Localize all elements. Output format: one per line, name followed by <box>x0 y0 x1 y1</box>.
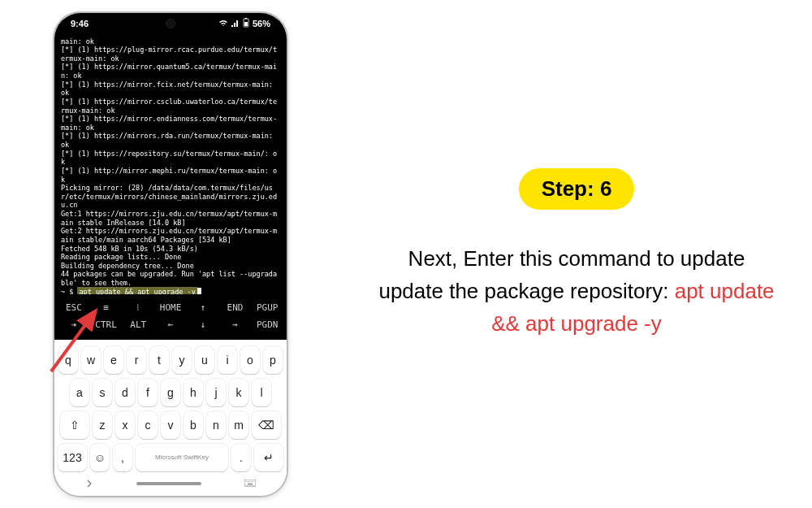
key-p[interactable]: p <box>263 346 283 374</box>
key-d[interactable]: d <box>115 379 135 406</box>
key-⌫[interactable]: ⌫ <box>252 411 281 439</box>
key-y[interactable]: y <box>172 346 192 374</box>
comma-key[interactable]: , <box>113 444 132 471</box>
extra-key-⇥[interactable]: ⇥ <box>58 319 90 330</box>
status-icons: 56% <box>218 18 270 29</box>
key-z[interactable]: z <box>93 411 112 439</box>
step-badge: Step: 6 <box>519 168 635 210</box>
keyboard-switch-icon[interactable] <box>244 476 256 491</box>
key-n[interactable]: n <box>206 411 226 439</box>
key-v[interactable]: v <box>161 411 180 439</box>
typed-command: apt update && apt upgrade -y <box>77 287 197 294</box>
key-c[interactable]: c <box>138 411 158 439</box>
cursor <box>197 288 201 294</box>
period-key[interactable]: . <box>231 444 251 471</box>
key-k[interactable]: k <box>229 379 248 406</box>
keyboard-row-1: qwertyuiop <box>58 346 283 374</box>
nav-chevron-icon[interactable] <box>85 476 93 491</box>
key-f[interactable]: f <box>138 379 158 406</box>
key-u[interactable]: u <box>195 346 214 374</box>
extra-key-↓[interactable]: ↓ <box>187 319 219 330</box>
battery-percent: 56% <box>253 19 270 28</box>
svg-point-6 <box>250 480 251 481</box>
extra-key-pgup[interactable]: PGUP <box>251 302 283 313</box>
extra-key-ctrl[interactable]: CTRL <box>90 319 123 330</box>
keyboard-row-4: 123 ☺ , Microsoft SwiftKey . ↵ <box>58 444 283 471</box>
svg-rect-3 <box>244 480 256 486</box>
key-q[interactable]: q <box>58 346 78 374</box>
front-camera-hole <box>166 19 175 28</box>
key-i[interactable]: i <box>218 346 237 374</box>
instruction-text: Next, Enter this command to update updat… <box>374 242 780 341</box>
battery-icon <box>243 18 249 29</box>
key-t[interactable]: t <box>149 346 169 374</box>
extra-key-end[interactable]: END <box>219 302 252 313</box>
key-m[interactable]: m <box>229 411 248 439</box>
extra-key-⁝[interactable]: ⁝ <box>122 302 154 313</box>
terminal-output[interactable]: main: ok[*] (1) https://plug-mirror.rcac… <box>54 34 287 294</box>
extra-key-←[interactable]: ← <box>154 319 187 330</box>
extra-key-↑[interactable]: ↑ <box>187 302 219 313</box>
extra-keys-row-1: ESC≡⁝HOME↑ENDPGUP <box>58 299 283 316</box>
key-b[interactable]: b <box>184 411 203 439</box>
key-⇧[interactable]: ⇧ <box>60 411 89 439</box>
key-j[interactable]: j <box>206 379 226 406</box>
extra-keys-row-2: ⇥CTRLALT←↓→PGDN <box>58 316 283 333</box>
extra-key-alt[interactable]: ALT <box>122 319 154 330</box>
android-navbar <box>58 476 283 491</box>
svg-rect-8 <box>248 484 253 484</box>
key-r[interactable]: r <box>127 346 146 374</box>
signal-icon <box>231 19 240 28</box>
key-g[interactable]: g <box>161 379 180 406</box>
key-w[interactable]: w <box>81 346 101 374</box>
space-key[interactable]: Microsoft SwiftKey <box>136 444 228 471</box>
extra-key-esc[interactable]: ESC <box>58 302 90 313</box>
instruction-column: Step: 6 Next, Enter this command to upda… <box>341 168 812 341</box>
extra-key-pgdn[interactable]: PGDN <box>251 319 283 330</box>
extra-key-home[interactable]: HOME <box>154 302 187 313</box>
wifi-icon <box>218 19 228 28</box>
key-l[interactable]: l <box>252 379 271 406</box>
key-h[interactable]: h <box>184 379 203 406</box>
key-e[interactable]: e <box>104 346 123 374</box>
svg-rect-1 <box>244 22 248 26</box>
key-a[interactable]: a <box>70 379 89 406</box>
svg-point-7 <box>253 480 253 481</box>
keyboard-row-2: asdfghjkl <box>58 379 283 406</box>
nav-home-pill[interactable] <box>136 482 201 485</box>
keyboard-row-3: ⇧zxcvbnm⌫ <box>58 411 283 439</box>
svg-point-4 <box>246 480 247 481</box>
soft-keyboard: qwertyuiop asdfghjkl ⇧zxcvbnm⌫ 123 ☺ , M… <box>54 340 287 493</box>
extra-key-→[interactable]: → <box>219 319 252 330</box>
numeric-key[interactable]: 123 <box>58 444 87 471</box>
key-x[interactable]: x <box>115 411 135 439</box>
clock: 9:46 <box>71 19 89 28</box>
phone-mockup: 9:46 56% main: ok[*] (1) https://plug-mi… <box>53 11 288 497</box>
extra-key-≡[interactable]: ≡ <box>90 302 123 313</box>
emoji-key[interactable]: ☺ <box>90 444 110 471</box>
termux-extra-keys: ESC≡⁝HOME↑ENDPGUP ⇥CTRLALT←↓→PGDN <box>54 294 287 340</box>
key-s[interactable]: s <box>93 379 112 406</box>
svg-rect-2 <box>245 18 247 19</box>
key-o[interactable]: o <box>240 346 260 374</box>
phone-column: 9:46 56% main: ok[*] (1) https://plug-mi… <box>0 11 341 497</box>
status-bar: 9:46 56% <box>54 13 287 34</box>
enter-key[interactable]: ↵ <box>254 444 283 471</box>
svg-point-5 <box>248 480 249 481</box>
